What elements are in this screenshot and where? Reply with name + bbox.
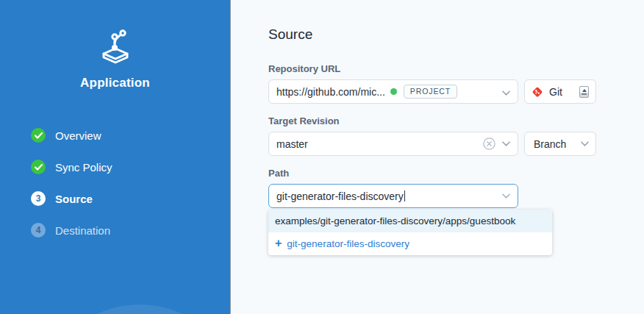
wizard-steps: Overview Sync Policy 3 Source 4 Destinat… bbox=[31, 128, 112, 238]
step-label: Sync Policy bbox=[55, 161, 112, 174]
path-value: git-generator-files-discovery bbox=[276, 190, 404, 202]
step-overview[interactable]: Overview bbox=[31, 128, 112, 143]
step-number-badge: 3 bbox=[31, 191, 46, 206]
chevron-down-icon[interactable] bbox=[502, 141, 510, 146]
path-suggestion-item[interactable]: examples/git-generator-files-discovery/a… bbox=[268, 210, 552, 232]
wizard-sidebar: Application Overview Sync Policy 3 Sourc… bbox=[0, 0, 231, 314]
step-destination[interactable]: 4 Destination bbox=[31, 223, 112, 238]
path-suggestions-dropdown: examples/git-generator-files-discovery/a… bbox=[268, 210, 552, 255]
repository-url-value: https://github.com/mic... bbox=[276, 86, 385, 98]
repository-url-label: Repository URL bbox=[268, 63, 644, 74]
path-suggestion-text: examples/git-generator-files-discovery/a… bbox=[275, 215, 515, 226]
check-icon bbox=[31, 128, 46, 143]
repository-url-row: https://github.com/mic... PROJECT Git bbox=[268, 79, 644, 104]
revision-type-select[interactable]: Branch bbox=[524, 132, 596, 156]
chevron-down-icon bbox=[581, 141, 589, 146]
repo-type-value: Git bbox=[549, 86, 562, 98]
sidebar-title: Application bbox=[0, 76, 230, 90]
path-label: Path bbox=[268, 168, 644, 179]
select-menu-icon bbox=[579, 86, 589, 98]
path-create-new-item[interactable]: + git-generator-files-discovery bbox=[268, 232, 552, 255]
step-number-badge: 4 bbox=[31, 223, 46, 238]
application-deploy-box-icon bbox=[96, 29, 135, 68]
chevron-down-icon[interactable] bbox=[502, 193, 510, 199]
step-label: Destination bbox=[55, 224, 110, 237]
path-create-new-text: git-generator-files-discovery bbox=[287, 238, 409, 249]
step-sync-policy[interactable]: Sync Policy bbox=[31, 160, 112, 174]
path-row: git-generator-files-discovery examples/g… bbox=[268, 184, 644, 208]
page-title: Source bbox=[268, 26, 644, 43]
check-icon bbox=[31, 160, 46, 174]
text-caret bbox=[404, 190, 405, 201]
target-revision-value: master bbox=[276, 138, 308, 150]
repository-url-input[interactable]: https://github.com/mic... PROJECT bbox=[268, 79, 518, 104]
step-label: Overview bbox=[55, 129, 101, 142]
repo-type-select[interactable]: Git bbox=[524, 79, 596, 104]
step-source[interactable]: 3 Source bbox=[31, 191, 112, 206]
path-input[interactable]: git-generator-files-discovery bbox=[268, 184, 518, 208]
target-revision-label: Target Revision bbox=[268, 115, 644, 126]
git-logo-icon bbox=[532, 86, 543, 98]
repo-connected-status-dot bbox=[390, 88, 397, 95]
project-scope-badge: PROJECT bbox=[404, 85, 457, 99]
target-revision-row: master Branch bbox=[268, 132, 644, 156]
plus-icon: + bbox=[275, 238, 282, 249]
decorative-circle bbox=[40, 304, 231, 314]
target-revision-input[interactable]: master bbox=[268, 132, 518, 156]
clear-input-icon[interactable] bbox=[483, 138, 495, 150]
chevron-down-icon[interactable] bbox=[502, 85, 510, 99]
revision-type-value: Branch bbox=[534, 138, 566, 150]
step-label: Source bbox=[55, 193, 93, 205]
source-step-panel: Source Repository URL https://github.com… bbox=[232, 0, 644, 314]
